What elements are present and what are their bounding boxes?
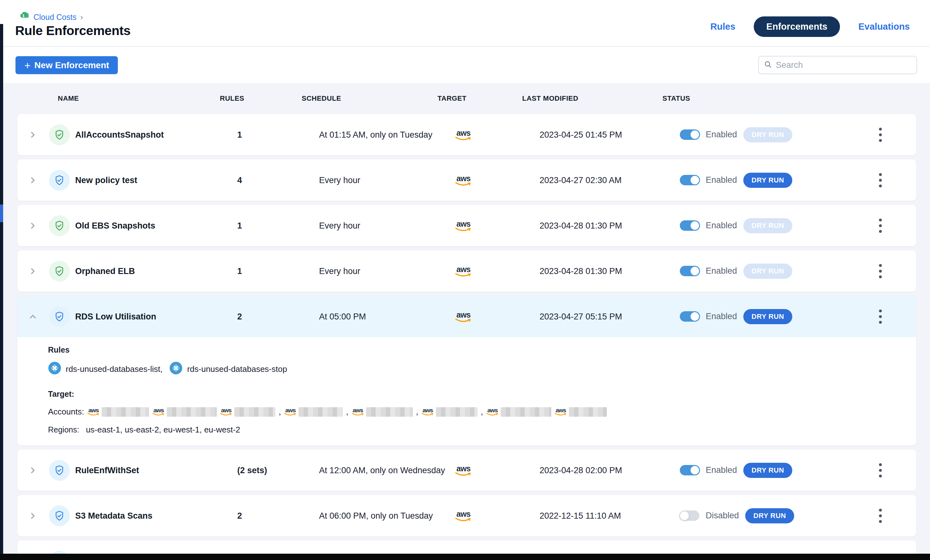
table-body: AllAccountsSnapshot 1 At 01:15 AM, only … (17, 114, 916, 560)
redacted-account: aws (554, 407, 607, 417)
dry-run-badge: DRY RUN (743, 173, 792, 188)
row-menu-button[interactable] (874, 506, 887, 525)
redacted-account: aws (87, 407, 149, 417)
aws-icon: aws (554, 407, 567, 416)
enabled-toggle[interactable] (680, 511, 699, 521)
aws-icon: aws (455, 220, 472, 232)
row-menu-button[interactable] (874, 216, 887, 235)
enforcement-name: Orphaned ELB (75, 266, 135, 276)
column-header-name: NAME (58, 94, 79, 103)
table-row: Orphaned ELB 1 Every hour aws 2023-04-28… (17, 250, 916, 292)
shield-check-icon (49, 460, 70, 481)
accounts-label: Accounts: (48, 407, 84, 417)
table-row: AllAccountsSnapshot 1 At 01:15 AM, only … (17, 114, 916, 155)
dry-run-badge: DRY RUN (743, 309, 792, 324)
row-menu-button[interactable] (874, 171, 887, 190)
redacted-account: aws (220, 407, 276, 417)
rules-count: 4 (237, 175, 242, 185)
status-label: Enabled (706, 175, 737, 185)
rule-chips: rds-unused-databases-list, rds-unused-da… (48, 361, 916, 377)
schedule-text: Every hour (319, 221, 360, 230)
table-row: S3 Metadata Scans 2 At 06:00 PM, only on… (17, 495, 916, 536)
redacted-account: aws (486, 407, 551, 417)
svg-text:$: $ (22, 14, 25, 18)
collapse-chevron-icon[interactable] (28, 312, 38, 321)
enabled-toggle[interactable] (680, 175, 699, 185)
expand-chevron-icon[interactable] (28, 466, 38, 475)
enforcement-name: RuleEnfWithSet (75, 465, 139, 475)
aws-icon: aws (284, 407, 297, 416)
search-input[interactable] (776, 60, 912, 70)
target-cell: aws (455, 464, 472, 477)
target-cell: aws (455, 128, 472, 141)
aws-icon: aws (152, 407, 165, 416)
shield-check-icon (49, 170, 70, 191)
enabled-toggle[interactable] (680, 220, 699, 231)
aws-icon: aws (486, 407, 499, 416)
tab-evaluations[interactable]: Evaluations (858, 21, 910, 32)
enabled-toggle[interactable] (680, 266, 699, 276)
row-menu-button[interactable] (874, 125, 887, 144)
aws-icon: aws (455, 510, 472, 522)
aws-icon: aws (455, 465, 472, 477)
enforcement-row-card: Old EBS Snapshots 1 Every hour aws 2023-… (17, 205, 916, 246)
shield-check-icon (49, 215, 70, 236)
schedule-text: Every hour (319, 175, 360, 185)
expanded-enforcement-detail: Rules rds-unused-databases-list, rds-unu… (17, 337, 916, 445)
expand-chevron-icon[interactable] (28, 130, 38, 140)
enforcement-name: New policy test (75, 175, 137, 185)
target-section-label: Target: (48, 390, 916, 399)
accounts-line: Accounts: aws aws aws , aws , aws (48, 407, 916, 417)
row-menu-button[interactable] (874, 461, 887, 480)
column-header-schedule: SCHEDULE (302, 94, 341, 103)
target-cell: aws (455, 173, 472, 187)
expand-chevron-icon[interactable] (28, 267, 38, 276)
breadcrumb: $ Cloud Costs › (20, 12, 83, 22)
dry-run-badge: DRY RUN (743, 127, 792, 143)
row-menu-button[interactable] (874, 262, 887, 281)
regions-line: Regions: us-east-1, us-east-2, eu-west-1… (48, 425, 916, 435)
sidebar-active-indicator (0, 204, 3, 222)
enforcement-row-card: AllAccountsSnapshot 1 At 01:15 AM, only … (17, 114, 916, 155)
enforcement-row-card: RDS Low Utilisation 2 At 05:00 PM aws 20… (17, 296, 916, 445)
schedule-text: Every hour (319, 266, 360, 276)
enabled-toggle[interactable] (680, 311, 699, 322)
status-label: Disabled (706, 511, 739, 520)
row-menu-button[interactable] (874, 307, 887, 326)
schedule-text: At 06:00 PM, only on Tuesday (319, 511, 433, 520)
rule-chip: rds-unused-databases-stop (169, 361, 287, 377)
aws-icon: aws (455, 265, 472, 278)
enabled-toggle[interactable] (680, 465, 699, 476)
dry-run-badge: DRY RUN (745, 508, 794, 523)
redacted-account: aws (421, 407, 477, 417)
rules-count: 1 (237, 130, 242, 140)
table-row: RuleEnfWithSet (2 sets) At 12:00 AM, onl… (17, 450, 916, 491)
enforcements-table: NAME RULES SCHEDULE TARGET LAST MODIFIED… (0, 83, 930, 560)
tab-enforcements-active[interactable]: Enforcements (754, 17, 840, 37)
status-label: Enabled (706, 465, 737, 475)
target-cell: aws (455, 219, 472, 232)
enabled-toggle[interactable] (680, 129, 699, 140)
last-modified: 2023-04-28 02:00 PM (540, 465, 622, 475)
new-enforcement-button[interactable]: + New Enforcement (15, 56, 118, 74)
redacted-account: aws (352, 407, 413, 417)
plus-icon: + (24, 60, 31, 71)
last-modified: 2023-04-27 02:30 AM (540, 175, 622, 185)
status-cell: Enabled DRY RUN (680, 173, 792, 188)
tab-rules[interactable]: Rules (710, 21, 735, 32)
aws-icon: aws (220, 407, 232, 416)
aws-icon: aws (421, 407, 434, 416)
expand-chevron-icon[interactable] (28, 221, 38, 230)
aws-icon: aws (455, 311, 472, 323)
search-icon (764, 60, 772, 70)
target-cell: aws (455, 310, 472, 323)
breadcrumb-cloud-costs-link[interactable]: Cloud Costs (34, 12, 77, 22)
expand-chevron-icon[interactable] (28, 511, 38, 520)
table-row: New policy test 4 Every hour aws 2023-04… (17, 160, 916, 201)
enforcement-row-card: Orphaned ELB 1 Every hour aws 2023-04-28… (17, 250, 916, 292)
expand-chevron-icon[interactable] (28, 175, 38, 185)
table-row: RDS Low Utilisation 2 At 05:00 PM aws 20… (17, 296, 916, 337)
table-row: Old EBS Snapshots 1 Every hour aws 2023-… (17, 205, 916, 246)
schedule-text: At 01:15 AM, only on Tuesday (319, 130, 433, 140)
screenshot-bottom-edge (0, 554, 930, 560)
